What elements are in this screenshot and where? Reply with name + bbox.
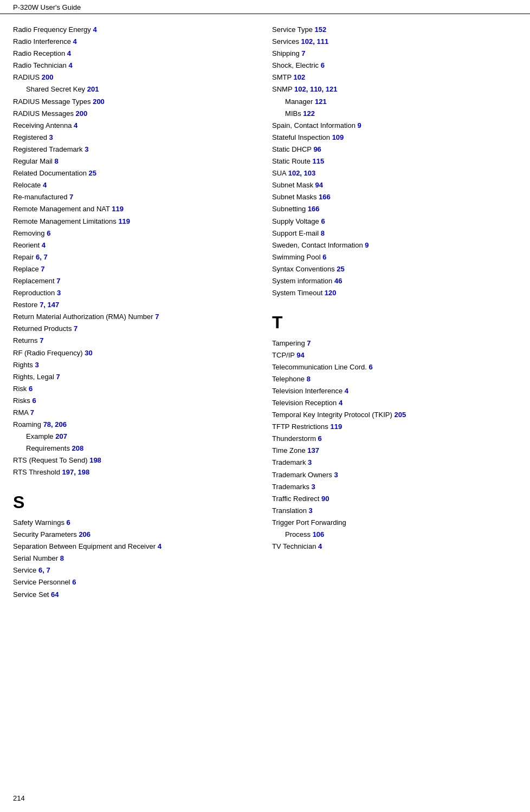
entry-label: Spain, Contact Information <box>272 121 358 129</box>
entry-page: 7 <box>155 313 159 321</box>
list-item: Television Reception 4 <box>272 397 517 409</box>
entry-label: Reorient <box>13 241 42 249</box>
entry-label: Static Route <box>272 157 312 165</box>
page-number: 214 <box>13 794 25 802</box>
entry-label: Radio Interference <box>13 37 73 46</box>
entry-label: Serial Number <box>13 554 60 562</box>
entry-page: 102, 111 <box>301 37 329 46</box>
entry-label: TCP/IP <box>272 351 296 359</box>
entry-label: Trademarks <box>272 483 311 491</box>
entry-label: System information <box>272 277 334 285</box>
list-item: Services 102, 111 <box>272 36 517 48</box>
entry-label: RADIUS Messages <box>13 109 76 118</box>
list-item: Shipping 7 <box>272 48 517 60</box>
entry-label: Related Documentation <box>13 169 88 177</box>
entry-page: 102, 110, 121 <box>294 85 338 93</box>
entry-label: Safety Warnings <box>13 518 67 527</box>
list-item: Subnetting 166 <box>272 203 517 215</box>
list-item: Service 6, 7 <box>13 564 256 576</box>
list-item: Trigger Port Forwarding <box>272 517 517 529</box>
entry-page: 4 <box>318 542 322 550</box>
entry-label: Remote Management and NAT <box>13 205 112 213</box>
entry-page: 206 <box>79 530 91 538</box>
list-item: Shared Secret Key 201 <box>13 83 256 95</box>
entry-page: 137 <box>307 446 319 454</box>
list-item: Tampering 7 <box>272 337 517 349</box>
entry-label: Service Set <box>13 590 51 599</box>
entry-page: 200 <box>76 109 88 118</box>
entry-label: Subnet Masks <box>272 193 319 201</box>
entry-page: 94 <box>315 181 323 189</box>
list-item: Registered 3 <box>13 132 256 144</box>
entry-page: 25 <box>88 169 96 177</box>
entry-page: 102 <box>294 73 306 81</box>
list-item: RMA 7 <box>13 407 256 419</box>
entry-label: Trigger Port Forwarding <box>272 518 346 527</box>
list-item: Related Documentation 25 <box>13 167 256 179</box>
list-item: Telecommunication Line Cord. 6 <box>272 361 517 373</box>
list-item: System Timeout 120 <box>272 287 517 299</box>
entry-page: 6, 7 <box>36 253 48 261</box>
entry-label: Subnet Mask <box>272 181 315 189</box>
entry-label: SUA <box>272 169 288 177</box>
entry-page: 8 <box>55 157 59 165</box>
entry-page: 6 <box>29 385 33 393</box>
list-item: Remote Management Limitations 119 <box>13 216 256 228</box>
entry-page: 9 <box>358 121 361 129</box>
entry-label: Shipping <box>272 49 301 57</box>
list-item: Repair 6, 7 <box>13 251 256 263</box>
list-item: Re-manufactured 7 <box>13 191 256 203</box>
entry-label: Radio Frequency Energy <box>13 25 93 34</box>
list-item: Trademarks 3 <box>272 481 517 493</box>
entry-label: Rights <box>13 361 35 369</box>
section-letter: T <box>272 312 517 333</box>
list-item: Returns 7 <box>13 335 256 347</box>
list-item: Support E-mail 8 <box>272 228 517 239</box>
entry-label: Return Material Authorization (RMA) Numb… <box>13 313 155 321</box>
entry-label: Replace <box>13 265 41 273</box>
entry-page: 4 <box>339 399 342 407</box>
entry-label: SNMP <box>272 85 294 93</box>
entry-label: Remote Management Limitations <box>13 217 118 225</box>
entry-label: Television Interference <box>272 387 345 395</box>
list-item: Risk 6 <box>13 383 256 395</box>
entry-label: Stateful Inspection <box>272 133 332 141</box>
entry-label: Supply Voltage <box>272 217 321 225</box>
list-item: Separation Between Equipment and Receive… <box>13 541 256 553</box>
list-item: Static Route 115 <box>272 155 517 167</box>
list-item: SUA 102, 103 <box>272 167 517 179</box>
entry-page: 6 <box>67 518 70 527</box>
entry-page: 166 <box>308 205 320 213</box>
entry-label: Returned Products <box>13 324 74 333</box>
entry-page: 30 <box>85 349 92 357</box>
entry-label: Trademark Owners <box>272 471 334 479</box>
list-item: MIBs 122 <box>272 108 517 120</box>
list-item: Serial Number 8 <box>13 553 256 564</box>
entry-page: 115 <box>312 157 324 165</box>
entry-label: Translation <box>272 506 308 515</box>
entry-page: 198 <box>89 456 101 464</box>
entry-page: 207 <box>55 432 67 440</box>
entry-label: Manager <box>285 98 315 106</box>
entry-page: 4 <box>67 49 71 57</box>
entry-label: Radio Reception <box>13 49 67 57</box>
list-item: Service Set 64 <box>13 589 256 601</box>
entry-page: 4 <box>43 181 47 189</box>
entry-page: 6 <box>369 363 373 371</box>
list-item: Spain, Contact Information 9 <box>272 120 517 132</box>
list-item: Subnet Mask 94 <box>272 179 517 191</box>
list-item: Sweden, Contact Information 9 <box>272 239 517 251</box>
entry-label: RTS (Request To Send) <box>13 456 89 464</box>
list-item: Removing 6 <box>13 228 256 239</box>
list-item: Trademark Owners 3 <box>272 469 517 481</box>
list-item: Radio Reception 4 <box>13 48 256 60</box>
list-item: Requirements 208 <box>13 443 256 454</box>
entry-label: Time Zone <box>272 446 307 454</box>
list-item: Example 207 <box>13 431 256 443</box>
entry-label: Regular Mail <box>13 157 55 165</box>
list-item: Replace 7 <box>13 263 256 275</box>
list-item: Radio Interference 4 <box>13 36 256 48</box>
entry-label: Requirements <box>26 444 72 452</box>
entry-page: 200 <box>42 73 54 81</box>
list-item: Television Interference 4 <box>272 385 517 397</box>
